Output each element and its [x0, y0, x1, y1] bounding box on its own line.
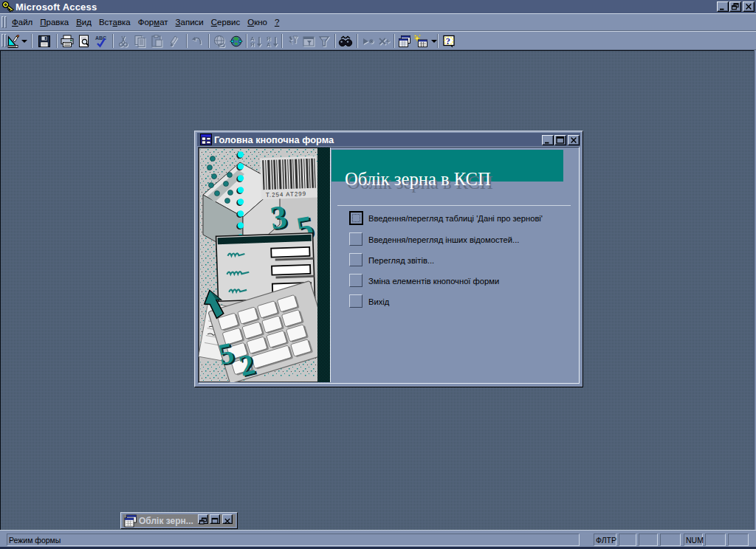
svg-text:?: ? — [446, 36, 450, 46]
svg-text:А: А — [267, 41, 271, 48]
svg-text:Я: Я — [250, 41, 255, 48]
